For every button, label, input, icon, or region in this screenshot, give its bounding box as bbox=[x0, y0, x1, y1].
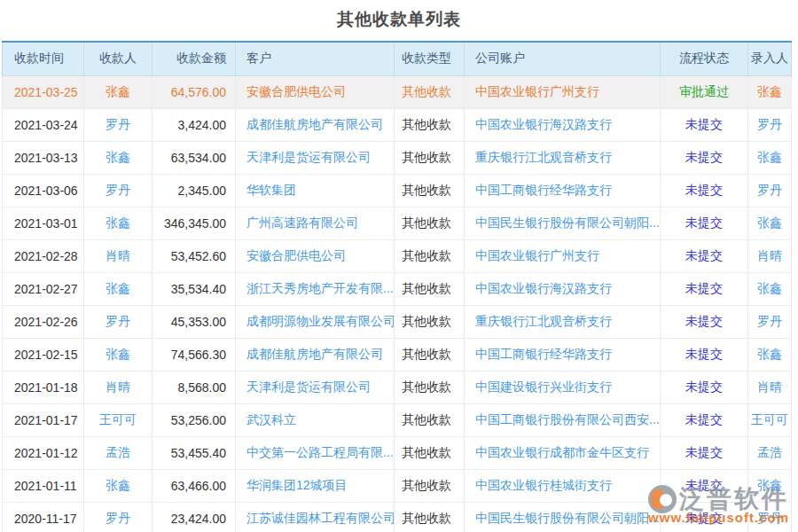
cell-amount: 53,256.00 bbox=[153, 403, 236, 436]
cell-customer[interactable]: 华软集团 bbox=[236, 174, 395, 207]
cell-status: 未提交 bbox=[661, 436, 748, 469]
cell-recorder[interactable]: 张鑫 bbox=[748, 338, 792, 371]
cell-payee[interactable]: 罗丹 bbox=[84, 108, 153, 141]
cell-amount: 53,452.60 bbox=[153, 239, 236, 272]
cell-account[interactable]: 中国农业银行广州支行 bbox=[465, 239, 661, 272]
cell-customer[interactable]: 江苏诚佳园林工程有限公司 bbox=[236, 502, 395, 532]
cell-type: 其他收款 bbox=[395, 338, 465, 371]
column-header-customer: 客户 bbox=[236, 42, 395, 75]
cell-payee[interactable]: 张鑫 bbox=[84, 207, 153, 239]
cell-recorder[interactable]: 罗丹 bbox=[748, 174, 792, 207]
cell-type: 其他收款 bbox=[395, 239, 465, 272]
cell-payee[interactable]: 孟浩 bbox=[84, 436, 153, 469]
cell-customer[interactable]: 天津利是货运有限公司 bbox=[236, 141, 395, 174]
cell-customer[interactable]: 天津利是货运有限公司 bbox=[236, 371, 395, 403]
cell-payee[interactable]: 张鑫 bbox=[84, 141, 153, 174]
cell-customer[interactable]: 华润集团12城项目 bbox=[236, 469, 395, 502]
table-row[interactable]: 2021-03-13张鑫63,534.00天津利是货运有限公司其他收款重庆银行江… bbox=[3, 141, 792, 174]
cell-recorder[interactable]: 张鑫 bbox=[748, 469, 792, 502]
column-header-date: 收款时间 bbox=[3, 42, 84, 75]
receipts-table-container: 收款时间收款人收款金额客户收款类型公司账户流程状态录入人 2021-03-25张… bbox=[2, 41, 791, 532]
cell-payee[interactable]: 张鑫 bbox=[84, 272, 153, 305]
cell-recorder[interactable]: 张鑫 bbox=[748, 75, 792, 108]
cell-date: 2021-03-01 bbox=[3, 207, 84, 239]
cell-customer[interactable]: 浙江天秀房地产开发有限... bbox=[236, 272, 395, 305]
cell-customer[interactable]: 成都佳航房地产有限公司 bbox=[236, 108, 395, 141]
cell-account[interactable]: 重庆银行江北观音桥支行 bbox=[465, 141, 661, 174]
cell-recorder[interactable]: 孟浩 bbox=[748, 436, 792, 469]
table-row[interactable]: 2020-11-17罗丹23,424.00江苏诚佳园林工程有限公司其他收款中国民… bbox=[3, 502, 792, 532]
table-row[interactable]: 2021-03-01张鑫346,345.00广州高速路有限公司其他收款中国民生银… bbox=[3, 207, 792, 239]
cell-account[interactable]: 中国工商银行经华路支行 bbox=[465, 174, 661, 207]
cell-recorder[interactable]: 罗丹 bbox=[748, 502, 792, 532]
table-row[interactable]: 2021-03-25张鑫64,576.00安徽合肥供电公司其他收款中国农业银行广… bbox=[3, 75, 792, 108]
cell-account[interactable]: 中国农业银行广州支行 bbox=[465, 75, 661, 108]
column-header-payee: 收款人 bbox=[84, 42, 153, 75]
cell-account[interactable]: 中国建设银行兴业街支行 bbox=[465, 371, 661, 403]
cell-customer[interactable]: 中交第一公路工程局有限... bbox=[236, 436, 395, 469]
cell-amount: 64,576.00 bbox=[153, 75, 236, 108]
cell-amount: 45,353.00 bbox=[153, 305, 236, 338]
cell-payee[interactable]: 罗丹 bbox=[84, 174, 153, 207]
table-row[interactable]: 2021-03-24罗丹3,424.00成都佳航房地产有限公司其他收款中国农业银… bbox=[3, 108, 792, 141]
table-header-row: 收款时间收款人收款金额客户收款类型公司账户流程状态录入人 bbox=[3, 42, 792, 75]
cell-status: 未提交 bbox=[661, 207, 748, 239]
page-title: 其他收款单列表 bbox=[0, 0, 798, 41]
table-row[interactable]: 2021-01-18肖晴8,568.00天津利是货运有限公司其他收款中国建设银行… bbox=[3, 371, 792, 403]
cell-type: 其他收款 bbox=[395, 207, 465, 239]
cell-account[interactable]: 中国工商银行股份有限公司西安... bbox=[465, 403, 661, 436]
cell-date: 2021-03-25 bbox=[3, 75, 84, 108]
cell-account[interactable]: 中国农业银行海汉路支行 bbox=[465, 108, 661, 141]
cell-recorder[interactable]: 张鑫 bbox=[748, 272, 792, 305]
cell-date: 2021-03-24 bbox=[3, 108, 84, 141]
cell-date: 2021-02-26 bbox=[3, 305, 84, 338]
cell-account[interactable]: 中国民生银行股份有限公司朝阳... bbox=[465, 207, 661, 239]
table-row[interactable]: 2021-01-17王可可53,256.00武汉科立其他收款中国工商银行股份有限… bbox=[3, 403, 792, 436]
cell-recorder[interactable]: 张鑫 bbox=[748, 141, 792, 174]
cell-recorder[interactable]: 罗丹 bbox=[748, 305, 792, 338]
cell-account[interactable]: 重庆银行江北观音桥支行 bbox=[465, 305, 661, 338]
table-row[interactable]: 2021-02-27张鑫35,534.40浙江天秀房地产开发有限...其他收款中… bbox=[3, 272, 792, 305]
table-row[interactable]: 2021-01-11张鑫63,466.00华润集团12城项目其他收款中国农业银行… bbox=[3, 469, 792, 502]
cell-customer[interactable]: 安徽合肥供电公司 bbox=[236, 239, 395, 272]
cell-recorder[interactable]: 张鑫 bbox=[748, 207, 792, 239]
cell-customer[interactable]: 广州高速路有限公司 bbox=[236, 207, 395, 239]
cell-status: 未提交 bbox=[661, 108, 748, 141]
cell-account[interactable]: 中国民生银行股份有限公司朝阳... bbox=[465, 502, 661, 532]
cell-customer[interactable]: 成都佳航房地产有限公司 bbox=[236, 338, 395, 371]
cell-account[interactable]: 中国农业银行桂城街支行 bbox=[465, 469, 661, 502]
cell-recorder[interactable]: 肖晴 bbox=[748, 371, 792, 403]
cell-customer[interactable]: 武汉科立 bbox=[236, 403, 395, 436]
cell-status: 未提交 bbox=[661, 272, 748, 305]
cell-date: 2021-03-06 bbox=[3, 174, 84, 207]
cell-payee[interactable]: 张鑫 bbox=[84, 75, 153, 108]
cell-recorder[interactable]: 罗丹 bbox=[748, 108, 792, 141]
column-header-status: 流程状态 bbox=[661, 42, 748, 75]
cell-status: 未提交 bbox=[661, 174, 748, 207]
cell-payee[interactable]: 张鑫 bbox=[84, 338, 153, 371]
cell-customer[interactable]: 成都明源物业发展有限公司 bbox=[236, 305, 395, 338]
cell-recorder[interactable]: 肖晴 bbox=[748, 239, 792, 272]
column-header-recorder: 录入人 bbox=[748, 42, 792, 75]
cell-payee[interactable]: 王可可 bbox=[84, 403, 153, 436]
cell-payee[interactable]: 张鑫 bbox=[84, 469, 153, 502]
cell-customer[interactable]: 安徽合肥供电公司 bbox=[236, 75, 395, 108]
table-row[interactable]: 2021-02-15张鑫74,566.30成都佳航房地产有限公司其他收款中国工商… bbox=[3, 338, 792, 371]
cell-payee[interactable]: 肖晴 bbox=[84, 371, 153, 403]
cell-payee[interactable]: 肖晴 bbox=[84, 239, 153, 272]
cell-status: 未提交 bbox=[661, 502, 748, 532]
cell-date: 2021-01-11 bbox=[3, 469, 84, 502]
table-row[interactable]: 2021-03-06罗丹2,345.00华软集团其他收款中国工商银行经华路支行未… bbox=[3, 174, 792, 207]
cell-account[interactable]: 中国农业银行海汉路支行 bbox=[465, 272, 661, 305]
column-header-type: 收款类型 bbox=[395, 42, 465, 75]
cell-recorder[interactable]: 王可可 bbox=[748, 403, 792, 436]
table-row[interactable]: 2021-02-26罗丹45,353.00成都明源物业发展有限公司其他收款重庆银… bbox=[3, 305, 792, 338]
cell-payee[interactable]: 罗丹 bbox=[84, 305, 153, 338]
cell-account[interactable]: 中国工商银行经华路支行 bbox=[465, 338, 661, 371]
cell-amount: 53,455.40 bbox=[153, 436, 236, 469]
cell-account[interactable]: 中国农业银行成都市金牛区支行 bbox=[465, 436, 661, 469]
cell-payee[interactable]: 罗丹 bbox=[84, 502, 153, 532]
table-row[interactable]: 2021-02-28肖晴53,452.60安徽合肥供电公司其他收款中国农业银行广… bbox=[3, 239, 792, 272]
table-row[interactable]: 2021-01-12孟浩53,455.40中交第一公路工程局有限...其他收款中… bbox=[3, 436, 792, 469]
cell-date: 2021-02-15 bbox=[3, 338, 84, 371]
